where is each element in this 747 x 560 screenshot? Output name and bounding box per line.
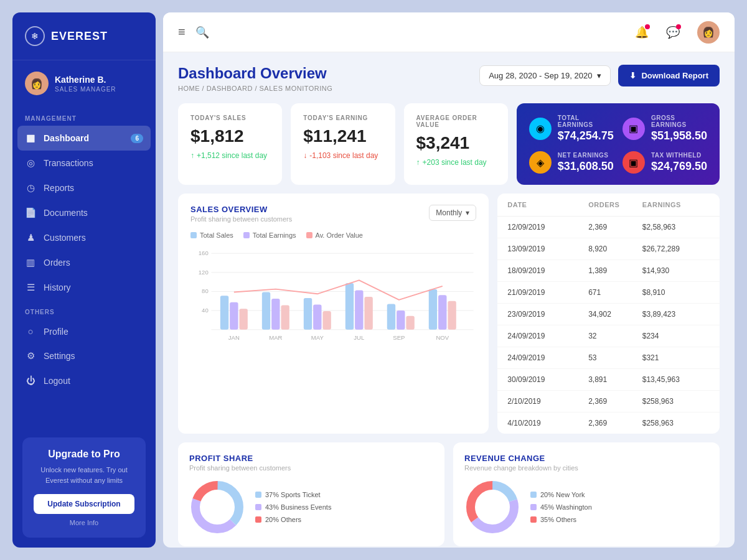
- up-arrow-icon: ↑: [190, 151, 194, 160]
- chart-title: SALES OVERVIEW: [190, 205, 292, 214]
- tax-withheld-label: TAX WITHHELD: [651, 152, 707, 159]
- cell-orders: 2,369: [588, 223, 642, 231]
- sidebar-item-dashboard[interactable]: ▦ Dashboard 6: [17, 126, 151, 151]
- sidebar-item-customers[interactable]: ♟ Customers: [12, 225, 156, 250]
- sidebar-item-logout[interactable]: ⏻ Logout: [12, 368, 156, 393]
- cell-date: 30/09/2019: [507, 375, 588, 384]
- profit-share-card: PROFIT SHARE Profit sharing between cust…: [178, 442, 444, 546]
- cell-orders: 34,902: [588, 310, 642, 319]
- legend-dot-earnings: [243, 232, 250, 238]
- net-earnings-icon: ◈: [529, 151, 552, 174]
- management-section-label: MANAGEMENT: [12, 106, 156, 126]
- cell-orders: 671: [588, 288, 642, 297]
- col-earnings: EARNINGS: [642, 201, 710, 208]
- profit-share-subtitle: Profit sharing between customers: [189, 464, 433, 472]
- reports-icon: ◷: [25, 182, 36, 194]
- upgrade-more-link[interactable]: More Info: [34, 519, 134, 526]
- earnings-table: DATE ORDERS EARNINGS 12/09/2019 2,369 $2…: [497, 194, 720, 434]
- total-earnings-label: TOTAL EARNINGS: [558, 114, 614, 128]
- sidebar-item-transactions[interactable]: ◎ Transactions: [12, 151, 156, 175]
- avg-order-label: AVERAGE ORDER VALUE: [416, 114, 496, 128]
- today-earning-value: $11,241: [303, 126, 382, 146]
- profit-dot-3: [255, 516, 261, 523]
- cell-date: 24/09/2019: [507, 332, 588, 340]
- total-earnings-value: $74,254.75: [558, 129, 614, 142]
- search-icon[interactable]: 🔍: [195, 26, 209, 39]
- svg-rect-25: [438, 295, 446, 330]
- svg-rect-26: [448, 301, 456, 330]
- profit-dot-1: [255, 492, 261, 498]
- sidebar-item-settings[interactable]: ⚙ Settings: [12, 343, 156, 368]
- revenue-dot-1: [530, 492, 537, 498]
- svg-rect-22: [397, 310, 405, 330]
- sidebar-item-documents[interactable]: 📄 Documents: [12, 200, 156, 225]
- sidebar-label-transactions: Transactions: [44, 158, 93, 168]
- table-row: 30/09/2019 3,891 $13,45,963: [497, 369, 720, 391]
- svg-text:MAY: MAY: [311, 334, 324, 341]
- settings-icon: ⚙: [25, 350, 36, 362]
- user-role: SALES MANAGER: [55, 86, 116, 93]
- svg-rect-21: [387, 304, 395, 330]
- orders-icon: ▥: [25, 257, 36, 268]
- profit-share-title: PROFIT SHARE: [189, 454, 433, 463]
- svg-text:JUL: JUL: [354, 334, 364, 341]
- gross-earnings-value: $51,958.50: [651, 129, 707, 142]
- table-row: 2/10/2019 2,369 $258,963: [497, 391, 720, 413]
- menu-icon[interactable]: ≡: [178, 25, 186, 39]
- main-content: ≡ 🔍 🔔 💬 👩 Dashboard Overview HOME / DASH…: [163, 12, 735, 548]
- notifications-icon[interactable]: 🔔: [635, 26, 649, 39]
- legend-total-earnings: Total Earnings: [243, 231, 296, 239]
- upgrade-button[interactable]: Update Subscription: [34, 494, 134, 514]
- sidebar-item-reports[interactable]: ◷ Reports: [12, 175, 156, 200]
- dashboard-badge: 6: [131, 134, 143, 143]
- upgrade-title: Upgrade to Pro: [34, 449, 134, 460]
- table-row: 24/09/2019 32 $234: [497, 325, 720, 347]
- cell-earnings: $234: [642, 332, 710, 340]
- svg-text:SEP: SEP: [393, 334, 405, 341]
- cell-earnings: $258,963: [642, 419, 710, 427]
- documents-icon: 📄: [25, 207, 36, 218]
- upgrade-desc: Unlock new features. Try out Everest wit…: [34, 465, 134, 485]
- cell-date: 12/09/2019: [507, 223, 588, 231]
- svg-rect-16: [313, 305, 321, 330]
- cell-date: 24/09/2019: [507, 353, 588, 362]
- col-orders: ORDERS: [588, 201, 642, 208]
- revenue-change-subtitle: Revenue change breakdown by cities: [464, 464, 708, 472]
- profit-dot-2: [255, 504, 261, 510]
- logout-icon: ⏻: [25, 375, 36, 386]
- chart-area: 160 120 80 40: [190, 245, 476, 351]
- today-sales-change: ↑ +1,512 since last day: [190, 151, 270, 160]
- earnings-card: ◉ TOTAL EARNINGS $74,254.75 ▣ GROSS EARN…: [517, 103, 720, 185]
- table-row: 24/09/2019 53 $321: [497, 347, 720, 369]
- cell-date: 21/09/2019: [507, 288, 588, 297]
- sidebar-label-logout: Logout: [44, 376, 70, 386]
- today-sales-label: TODAY'S SALES: [190, 114, 270, 121]
- breadcrumb: HOME / DASHBOARD / SALES MONITORING: [178, 85, 332, 92]
- profit-share-legend: 37% Sports Ticket 43% Business Events 20…: [255, 491, 331, 523]
- gross-earnings-icon: ▣: [622, 118, 645, 140]
- cell-earnings: $321: [642, 353, 710, 362]
- svg-rect-23: [406, 316, 414, 330]
- messages-icon[interactable]: 💬: [666, 26, 680, 39]
- download-report-button[interactable]: ⬇ Download Report: [618, 65, 720, 86]
- up-arrow-icon2: ↑: [416, 158, 420, 167]
- date-range-picker[interactable]: Aug 28, 2020 - Sep 19, 2020 ▾: [479, 65, 611, 86]
- svg-text:NOV: NOV: [436, 334, 449, 341]
- chart-filter-dropdown[interactable]: Monthly ▾: [429, 205, 476, 221]
- user-avatar: 👩: [25, 72, 49, 95]
- stat-avg-order: AVERAGE ORDER VALUE $3,241 ↑ +203 since …: [404, 103, 508, 185]
- sidebar-item-orders[interactable]: ▥ Orders: [12, 250, 156, 275]
- sidebar-label-settings: Settings: [44, 351, 75, 361]
- cell-earnings: $258,963: [642, 397, 710, 406]
- sidebar-item-history[interactable]: ☰ History: [12, 275, 156, 300]
- topbar-avatar[interactable]: 👩: [697, 21, 720, 44]
- cell-earnings: $26,72,289: [642, 245, 710, 253]
- topbar: ≡ 🔍 🔔 💬 👩: [163, 12, 735, 52]
- table-row: 23/09/2019 34,902 $3,89,423: [497, 304, 720, 325]
- cell-date: 23/09/2019: [507, 310, 588, 319]
- sidebar-item-profile[interactable]: ○ Profile: [12, 319, 156, 343]
- svg-rect-11: [239, 309, 247, 329]
- svg-text:160: 160: [199, 250, 209, 256]
- message-dot: [676, 24, 681, 29]
- legend-total-sales: Total Sales: [190, 231, 233, 239]
